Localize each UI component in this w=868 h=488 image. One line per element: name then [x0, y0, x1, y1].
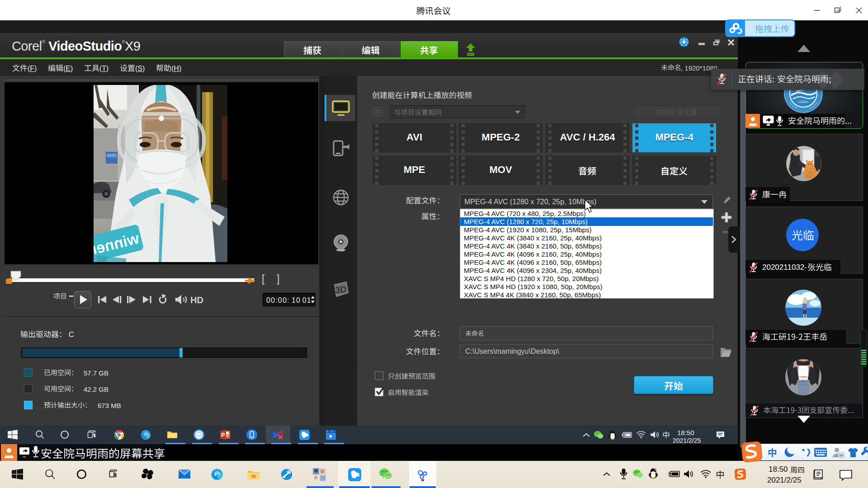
svg-text:3D: 3D	[335, 284, 347, 296]
svg-text:DVD: DVD	[338, 249, 344, 252]
svg-text:HD: HD	[190, 295, 203, 305]
svg-text:P: P	[221, 432, 225, 438]
svg-text:10: 10	[839, 453, 843, 457]
svg-text:CSEDC: CSEDC	[798, 100, 809, 103]
